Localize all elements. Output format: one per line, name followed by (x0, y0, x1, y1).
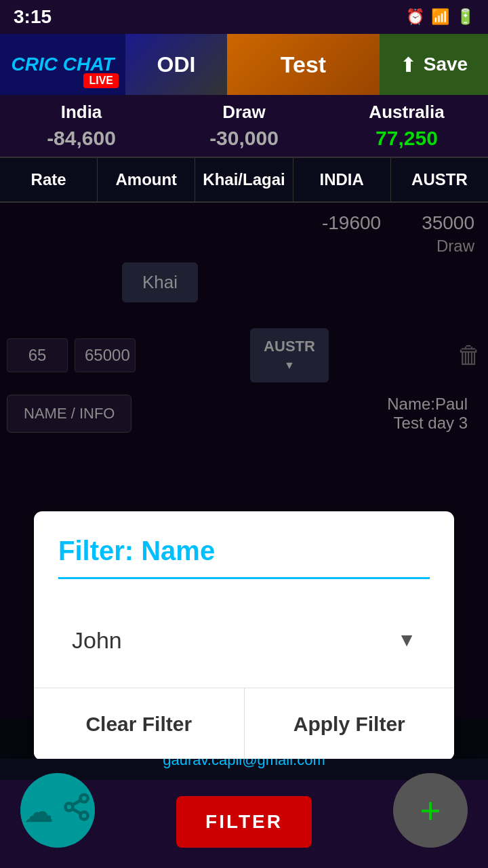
tab-amount[interactable]: Amount (98, 158, 195, 201)
modal-body: John ▼ (34, 579, 454, 688)
name-dropdown[interactable]: John ▼ (58, 618, 430, 663)
status-bar: 3:15 ⏰ 📶 🔋 (0, 0, 488, 34)
dropdown-arrow-icon: ▼ (397, 629, 416, 651)
status-icons: ⏰ 📶 🔋 (406, 8, 474, 26)
top-nav: CRIC CHAT LIVE ODI Test ⬆ Save (0, 34, 488, 95)
apply-filter-button[interactable]: Apply Filter (245, 688, 455, 759)
save-icon: ⬆ (400, 53, 417, 77)
filter-fab-button[interactable]: FILTER (176, 796, 312, 848)
modal-title: Filter: Name (58, 536, 430, 566)
nav-cric-chat[interactable]: CRIC CHAT LIVE (0, 34, 125, 95)
tab-khai-lagai[interactable]: Khai/Lagai (195, 158, 293, 201)
odi-label: ODI (157, 52, 196, 77)
share-icon: ☁ (24, 792, 92, 829)
nav-test[interactable]: Test (227, 34, 380, 95)
scores-row: India -84,600 Draw -30,000 Australia 77,… (0, 95, 488, 157)
add-fab-button[interactable]: + (393, 773, 468, 848)
filter-modal: Filter: Name John ▼ Clear Filter Apply F… (34, 511, 454, 759)
signal-icon: 📶 (431, 8, 449, 26)
australia-score: Australia 77,250 (325, 102, 488, 150)
cric-chat-label: CRIC CHAT (12, 54, 115, 75)
content-area: -19600 35000 Draw Khai 65 65000 AUSTR ▼ … (0, 203, 488, 759)
nav-save[interactable]: ⬆ Save (380, 34, 488, 95)
draw-team-label: Draw (163, 102, 325, 123)
battery-icon: 🔋 (456, 8, 474, 26)
draw-score: Draw -30,000 (163, 102, 325, 150)
add-icon: + (420, 789, 441, 831)
save-label: Save (424, 54, 468, 75)
status-time: 3:15 (14, 6, 52, 28)
tab-austr[interactable]: AUSTR (391, 158, 488, 201)
australia-score-value: 77,250 (325, 127, 488, 150)
draw-score-value: -30,000 (163, 127, 325, 150)
india-team-label: India (0, 102, 163, 123)
australia-team-label: Australia (325, 102, 488, 123)
alarm-icon: ⏰ (406, 8, 424, 26)
svg-line-3 (73, 809, 81, 814)
dropdown-value: John (72, 627, 122, 654)
tabs-row: Rate Amount Khai/Lagai INDIA AUSTR (0, 157, 488, 203)
filter-fab-label: FILTER (205, 811, 283, 833)
modal-header: Filter: Name (34, 511, 454, 579)
india-score: India -84,600 (0, 102, 163, 150)
test-label: Test (281, 52, 326, 78)
share-fab-button[interactable]: ☁ (20, 773, 95, 848)
nav-odi[interactable]: ODI (125, 34, 227, 95)
modal-footer: Clear Filter Apply Filter (34, 688, 454, 759)
svg-line-4 (73, 800, 81, 805)
tab-india[interactable]: INDIA (293, 158, 391, 201)
india-score-value: -84,600 (0, 127, 163, 150)
clear-filter-button[interactable]: Clear Filter (34, 688, 244, 759)
tab-rate[interactable]: Rate (0, 158, 98, 201)
live-badge: LIVE (83, 73, 119, 88)
